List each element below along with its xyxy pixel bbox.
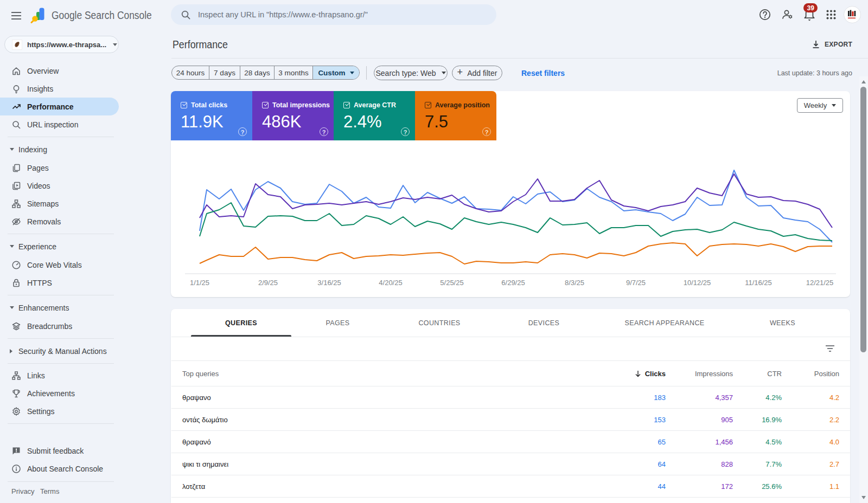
svg-text:5/25/25: 5/25/25 (440, 279, 463, 287)
svg-text:10/12/25: 10/12/25 (684, 279, 711, 287)
svg-text:12/21/25: 12/21/25 (806, 279, 834, 287)
svg-text:11/16/25: 11/16/25 (745, 279, 772, 287)
svg-text:8/3/25: 8/3/25 (565, 279, 584, 287)
svg-text:2/9/25: 2/9/25 (258, 279, 278, 287)
svg-text:3/16/25: 3/16/25 (317, 279, 341, 287)
svg-text:4/20/25: 4/20/25 (379, 279, 402, 287)
svg-text:9/7/25: 9/7/25 (626, 279, 646, 287)
svg-text:1/1/25: 1/1/25 (190, 279, 209, 287)
svg-text:6/29/25: 6/29/25 (501, 279, 525, 287)
